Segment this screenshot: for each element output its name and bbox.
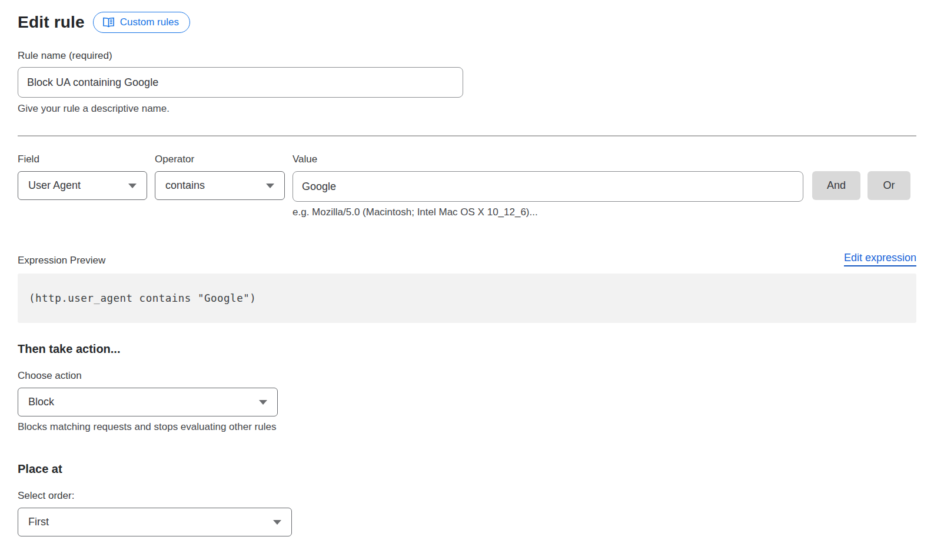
page-title: Edit rule <box>18 13 85 32</box>
action-section: Then take action... Choose action Block … <box>18 342 916 433</box>
select-order-label: Select order: <box>18 489 916 502</box>
field-select[interactable]: User Agent <box>18 171 147 200</box>
value-input[interactable] <box>293 171 803 202</box>
page-header: Edit rule Custom rules <box>18 11 916 34</box>
field-label: Field <box>18 153 147 165</box>
action-help: Blocks matching requests and stops evalu… <box>18 421 916 433</box>
operator-select[interactable]: contains <box>155 171 285 200</box>
operator-label: Operator <box>155 153 285 165</box>
chevron-down-icon <box>259 400 267 405</box>
order-select[interactable]: First <box>18 508 292 536</box>
order-select-value: First <box>28 516 49 528</box>
expression-code: (http.user_agent contains "Google") <box>29 292 256 304</box>
value-help: e.g. Mozilla/5.0 (Macintosh; Intel Mac O… <box>293 206 803 218</box>
field-group: Field User Agent <box>18 153 147 218</box>
operator-select-value: contains <box>165 179 205 192</box>
placement-section: Place at Select order: First <box>18 462 916 536</box>
chevron-down-icon <box>273 520 281 525</box>
place-at-heading: Place at <box>18 462 916 476</box>
and-button[interactable]: And <box>812 171 860 200</box>
expression-header: Expression Preview Edit expression <box>18 252 916 266</box>
rule-name-label: Rule name (required) <box>18 49 916 62</box>
expression-preview-label: Expression Preview <box>18 254 105 266</box>
section-divider <box>18 135 916 136</box>
expression-preview-box: (http.user_agent contains "Google") <box>18 274 916 323</box>
condition-row: Field User Agent Operator contains Value… <box>18 153 916 218</box>
value-label: Value <box>293 153 803 165</box>
value-group: Value e.g. Mozilla/5.0 (Macintosh; Intel… <box>293 153 803 218</box>
logic-buttons: And Or <box>812 153 910 218</box>
chevron-down-icon <box>266 184 274 188</box>
field-select-value: User Agent <box>28 179 81 192</box>
book-icon <box>102 17 115 28</box>
custom-rules-badge-label: Custom rules <box>120 16 179 28</box>
action-heading: Then take action... <box>18 342 916 356</box>
edit-expression-link[interactable]: Edit expression <box>844 252 916 266</box>
rule-name-help: Give your rule a descriptive name. <box>18 103 916 115</box>
operator-group: Operator contains <box>155 153 285 218</box>
or-button[interactable]: Or <box>867 171 910 200</box>
choose-action-label: Choose action <box>18 369 916 382</box>
custom-rules-badge[interactable]: Custom rules <box>93 12 190 33</box>
action-select-value: Block <box>28 396 54 408</box>
chevron-down-icon <box>128 184 137 188</box>
rule-name-input[interactable] <box>18 67 463 98</box>
rule-name-section: Rule name (required) Give your rule a de… <box>18 49 916 115</box>
action-select[interactable]: Block <box>18 388 278 416</box>
edit-rule-page: Edit rule Custom rules Rule name (requir… <box>0 0 934 536</box>
